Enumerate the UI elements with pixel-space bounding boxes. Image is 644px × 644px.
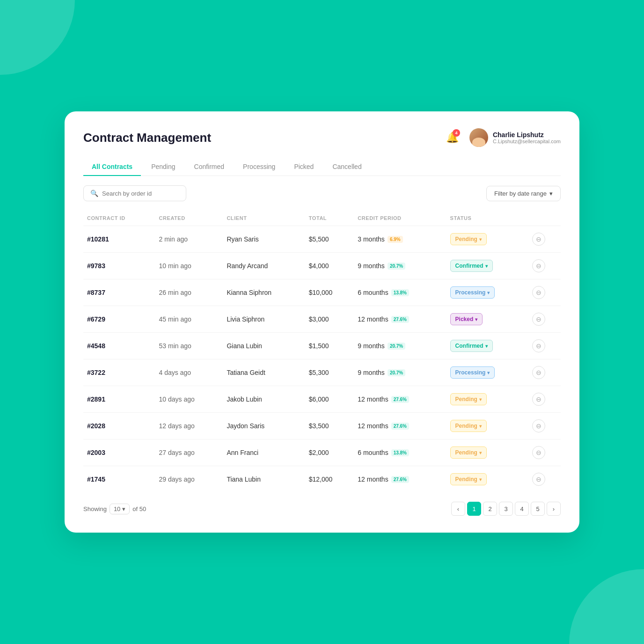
page-header: Contract Management 🔔 4 Charlie Lipshutz… bbox=[83, 128, 561, 147]
main-card: Contract Management 🔔 4 Charlie Lipshutz… bbox=[65, 111, 579, 533]
cell-action: ⊖ bbox=[528, 466, 561, 493]
row-action-button[interactable]: ⊖ bbox=[532, 286, 545, 299]
cell-created: 29 days ago bbox=[155, 466, 223, 493]
table-footer: Showing 10 ▾ of 50 ‹ 12345› bbox=[83, 502, 561, 516]
status-badge[interactable]: Pending ▾ bbox=[450, 473, 487, 485]
tab-bar: All Contracts Pending Confirmed Processi… bbox=[83, 158, 561, 176]
cell-status: Confirmed ▾ bbox=[446, 253, 528, 279]
status-chevron-icon: ▾ bbox=[485, 263, 488, 269]
next-page-button[interactable]: › bbox=[547, 502, 561, 516]
status-badge[interactable]: Processing ▾ bbox=[450, 366, 495, 379]
table-row: #8737 26 min ago Kianna Siphron $10,000 … bbox=[83, 279, 561, 306]
tab-cancelled[interactable]: Cancelled bbox=[324, 158, 370, 176]
status-chevron-icon: ▾ bbox=[479, 477, 482, 482]
cell-credit-period: 9 months 20.7% bbox=[354, 253, 446, 279]
cell-client: Jaydon Saris bbox=[223, 413, 305, 439]
cell-client: Jakob Lubin bbox=[223, 386, 305, 413]
cell-credit-period: 3 months 6.9% bbox=[354, 226, 446, 253]
cell-total: $6,000 bbox=[305, 386, 354, 413]
cell-action: ⊖ bbox=[528, 226, 561, 253]
tab-confirmed[interactable]: Confirmed bbox=[186, 158, 233, 176]
table-row: #4548 53 min ago Giana Lubin $1,500 9 mo… bbox=[83, 333, 561, 359]
cell-status: Pending ▾ bbox=[446, 413, 528, 439]
per-page-select[interactable]: 10 ▾ bbox=[110, 504, 130, 514]
page-button-1[interactable]: 1 bbox=[467, 502, 481, 516]
status-badge[interactable]: Confirmed ▾ bbox=[450, 260, 493, 272]
cell-created: 53 min ago bbox=[155, 333, 223, 359]
cell-action: ⊖ bbox=[528, 306, 561, 333]
cell-client: Randy Arcand bbox=[223, 253, 305, 279]
filter-button[interactable]: Filter by date range ▾ bbox=[486, 186, 561, 201]
status-badge[interactable]: Pending ▾ bbox=[450, 233, 487, 245]
page-button-4[interactable]: 4 bbox=[515, 502, 529, 516]
filter-label: Filter by date range bbox=[494, 190, 547, 197]
status-badge[interactable]: Confirmed ▾ bbox=[450, 340, 493, 352]
table-row: #2028 12 days ago Jaydon Saris $3,500 12… bbox=[83, 413, 561, 439]
tab-picked[interactable]: Picked bbox=[285, 158, 322, 176]
cell-contract-id: #2003 bbox=[83, 439, 155, 466]
cell-created: 2 min ago bbox=[155, 226, 223, 253]
cell-action: ⊖ bbox=[528, 386, 561, 413]
tab-all-contracts[interactable]: All Contracts bbox=[83, 158, 141, 176]
contracts-table: CONTRACT ID CREATED CLIENT TOTAL CREDIT … bbox=[83, 211, 561, 492]
status-badge[interactable]: Pending ▾ bbox=[450, 420, 487, 432]
status-chevron-icon: ▾ bbox=[475, 317, 477, 322]
cell-contract-id: #3722 bbox=[83, 359, 155, 386]
row-action-button[interactable]: ⊖ bbox=[532, 259, 545, 272]
col-action bbox=[528, 211, 561, 226]
search-input[interactable] bbox=[102, 190, 179, 197]
cell-total: $5,500 bbox=[305, 226, 354, 253]
cell-total: $5,300 bbox=[305, 359, 354, 386]
cell-client: Ann Franci bbox=[223, 439, 305, 466]
row-action-button[interactable]: ⊖ bbox=[532, 473, 545, 486]
row-action-button[interactable]: ⊖ bbox=[532, 419, 545, 432]
status-chevron-icon: ▾ bbox=[485, 344, 488, 349]
row-action-button[interactable]: ⊖ bbox=[532, 446, 545, 459]
cell-status: Confirmed ▾ bbox=[446, 333, 528, 359]
cell-credit-period: 6 mounths 13.8% bbox=[354, 279, 446, 306]
corner-decoration-tl bbox=[0, 0, 75, 75]
showing-info: Showing 10 ▾ of 50 bbox=[83, 504, 146, 514]
page-button-5[interactable]: 5 bbox=[531, 502, 545, 516]
tab-pending[interactable]: Pending bbox=[143, 158, 183, 176]
row-action-button[interactable]: ⊖ bbox=[532, 339, 545, 352]
total-label: of 50 bbox=[132, 505, 146, 512]
page-button-2[interactable]: 2 bbox=[483, 502, 497, 516]
page-button-3[interactable]: 3 bbox=[499, 502, 513, 516]
table-row: #6729 45 min ago Livia Siphron $3,000 12… bbox=[83, 306, 561, 333]
row-action-button[interactable]: ⊖ bbox=[532, 366, 545, 379]
cell-action: ⊖ bbox=[528, 333, 561, 359]
notification-badge: 4 bbox=[453, 129, 460, 137]
status-badge[interactable]: Picked ▾ bbox=[450, 313, 483, 325]
row-action-button[interactable]: ⊖ bbox=[532, 393, 545, 406]
cell-credit-period: 12 months 27.6% bbox=[354, 386, 446, 413]
cell-credit-period: 6 mounths 13.8% bbox=[354, 439, 446, 466]
cell-credit-period: 9 months 20.7% bbox=[354, 359, 446, 386]
cell-total: $1,500 bbox=[305, 333, 354, 359]
page-background: Contract Management 🔔 4 Charlie Lipshutz… bbox=[0, 0, 644, 644]
cell-total: $2,000 bbox=[305, 439, 354, 466]
cell-status: Pending ▾ bbox=[446, 386, 528, 413]
pagination: ‹ 12345› bbox=[451, 502, 561, 516]
tab-processing[interactable]: Processing bbox=[234, 158, 284, 176]
cell-credit-period: 12 months 27.6% bbox=[354, 466, 446, 493]
notification-button[interactable]: 🔔 4 bbox=[443, 128, 462, 147]
avatar-body bbox=[472, 138, 485, 147]
table-row: #2003 27 days ago Ann Franci $2,000 6 mo… bbox=[83, 439, 561, 466]
row-action-button[interactable]: ⊖ bbox=[532, 233, 545, 246]
status-badge[interactable]: Pending ▾ bbox=[450, 446, 487, 459]
user-details: Charlie Lipshutz C.Lipshutz@sellercapita… bbox=[493, 131, 561, 144]
cell-created: 10 min ago bbox=[155, 253, 223, 279]
cell-contract-id: #2891 bbox=[83, 386, 155, 413]
cell-client: Tatiana Geidt bbox=[223, 359, 305, 386]
cell-status: Processing ▾ bbox=[446, 279, 528, 306]
status-badge[interactable]: Pending ▾ bbox=[450, 393, 487, 405]
cell-created: 27 days ago bbox=[155, 439, 223, 466]
cell-created: 26 min ago bbox=[155, 279, 223, 306]
status-badge[interactable]: Processing ▾ bbox=[450, 286, 495, 299]
row-action-button[interactable]: ⊖ bbox=[532, 313, 545, 326]
table-row: #2891 10 days ago Jakob Lubin $6,000 12 … bbox=[83, 386, 561, 413]
cell-action: ⊖ bbox=[528, 253, 561, 279]
status-chevron-icon: ▾ bbox=[487, 370, 490, 375]
prev-page-button[interactable]: ‹ bbox=[451, 502, 465, 516]
